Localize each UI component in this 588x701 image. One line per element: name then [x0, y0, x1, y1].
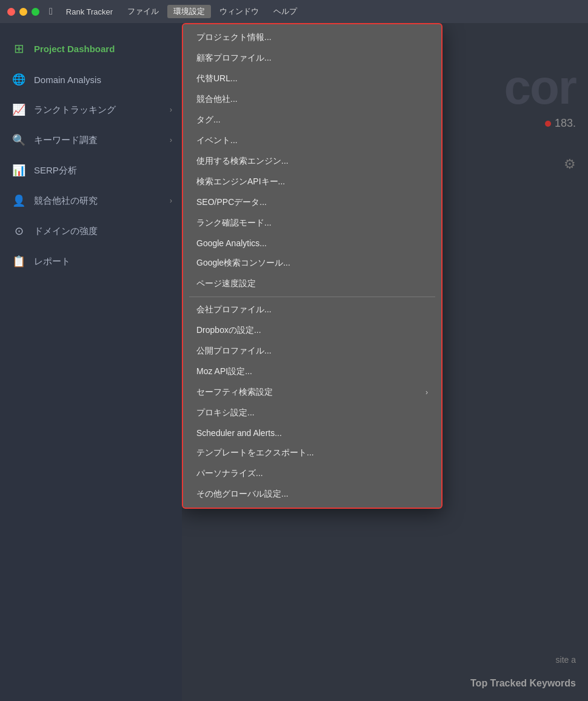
menu-proxy-settings[interactable]: プロキシ設定... [183, 403, 441, 423]
sidebar-item-label: キーワード調査 [34, 135, 98, 146]
main-layout: ⊞ Project Dashboard 🌐 Domain Analysis 📈 … [0, 23, 588, 701]
close-button[interactable] [7, 8, 15, 16]
menu-dropbox-settings[interactable]: Dropboxの設定... [183, 320, 441, 341]
chart-icon: 📈 [12, 103, 25, 116]
menu-moz-api[interactable]: Moz API設定... [183, 361, 441, 382]
menu-search-engines[interactable]: 使用する検索エンジン... [183, 151, 441, 172]
sidebar-item-label: Project Dashboard [34, 44, 115, 54]
search-icon: 🔍 [12, 133, 25, 147]
sidebar: ⊞ Project Dashboard 🌐 Domain Analysis 📈 … [0, 23, 182, 701]
menu-personalize[interactable]: パーソナライズ... [183, 463, 441, 484]
menu-other-global-settings[interactable]: その他グローバル設定... [183, 484, 441, 505]
minimize-button[interactable] [19, 8, 27, 16]
sidebar-item-keyword-research[interactable]: 🔍 キーワード調査 › [0, 125, 182, 155]
menu-events[interactable]: イベント... [183, 130, 441, 151]
menu-tags[interactable]: タグ... [183, 110, 441, 130]
sidebar-item-label: レポート [34, 256, 70, 267]
menu-safety-search[interactable]: セーフティ検索設定 › [183, 382, 441, 403]
menu-item-preferences[interactable]: 環境設定 [167, 5, 211, 18]
chevron-right-icon: › [170, 106, 172, 114]
menu-google-search-console[interactable]: Google検索コンソール... [183, 253, 441, 273]
dashboard-icon: ⊞ [12, 41, 25, 56]
menu-customer-profile[interactable]: 顧客プロファイル... [183, 48, 441, 69]
menu-item-file[interactable]: ファイル [121, 5, 165, 18]
menu-page-speed[interactable]: ページ速度設定 [183, 273, 441, 294]
sidebar-item-domain-strength[interactable]: ⊙ ドメインの強度 [0, 216, 182, 246]
globe-icon: 🌐 [12, 73, 25, 86]
content-area: cor 183. ⚙ site a Top Tracked Keywords プ… [182, 23, 588, 701]
report-icon: 📋 [12, 255, 25, 268]
menu-export-template[interactable]: テンプレートをエクスポート... [183, 443, 441, 463]
title-bar:  Rank Tracker ファイル 環境設定 ウィンドウ ヘルプ [0, 0, 588, 23]
circle-icon: ⊙ [12, 224, 25, 238]
apple-icon:  [49, 6, 53, 17]
menu-bar:  Rank Tracker ファイル 環境設定 ウィンドウ ヘルプ [49, 5, 581, 18]
submenu-arrow-icon: › [426, 388, 428, 397]
person-icon: 👤 [12, 194, 25, 207]
menu-public-profile[interactable]: 公開プロファイル... [183, 341, 441, 361]
bar-chart-icon: 📊 [12, 164, 25, 177]
sidebar-item-project-dashboard[interactable]: ⊞ Project Dashboard [0, 33, 182, 64]
sidebar-item-reports[interactable]: 📋 レポート [0, 246, 182, 277]
menu-scheduler-alerts[interactable]: Scheduler and Alerts... [183, 423, 441, 443]
sidebar-item-label: ランクトラッキング [34, 104, 116, 116]
sidebar-item-label: 競合他社の研究 [34, 195, 98, 207]
menu-item-help[interactable]: ヘルプ [267, 5, 303, 18]
menu-item-appname[interactable]: Rank Tracker [60, 6, 119, 18]
sidebar-item-domain-analysis[interactable]: 🌐 Domain Analysis [0, 64, 182, 95]
sidebar-item-label: Domain Analysis [34, 75, 101, 85]
sidebar-item-label: SERP分析 [34, 165, 77, 176]
maximize-button[interactable] [32, 8, 39, 16]
traffic-lights [7, 8, 39, 16]
chevron-right-icon: › [170, 196, 172, 205]
menu-alt-url[interactable]: 代替URL... [183, 69, 441, 89]
menu-company-profile[interactable]: 会社プロファイル... [183, 300, 441, 320]
dropdown-menu: プロジェクト情報... 顧客プロファイル... 代替URL... 競合他社...… [182, 23, 443, 509]
menu-api-key[interactable]: 検索エンジンAPIキー... [183, 172, 441, 192]
chevron-right-icon: › [170, 136, 172, 144]
menu-seo-ppc-data[interactable]: SEO/PPCデータ... [183, 192, 441, 213]
sidebar-item-serp-analysis[interactable]: 📊 SERP分析 [0, 155, 182, 186]
sidebar-item-rank-tracking[interactable]: 📈 ランクトラッキング › [0, 95, 182, 125]
menu-rank-check-mode[interactable]: ランク確認モード... [183, 213, 441, 233]
sidebar-item-competitor-research[interactable]: 👤 競合他社の研究 › [0, 186, 182, 216]
menu-competitors[interactable]: 競合他社... [183, 89, 441, 110]
menu-google-analytics[interactable]: Google Analytics... [183, 233, 441, 253]
separator-1 [189, 297, 435, 297]
menu-project-info[interactable]: プロジェクト情報... [183, 27, 441, 48]
menu-item-window[interactable]: ウィンドウ [213, 5, 265, 18]
sidebar-item-label: ドメインの強度 [34, 226, 98, 237]
